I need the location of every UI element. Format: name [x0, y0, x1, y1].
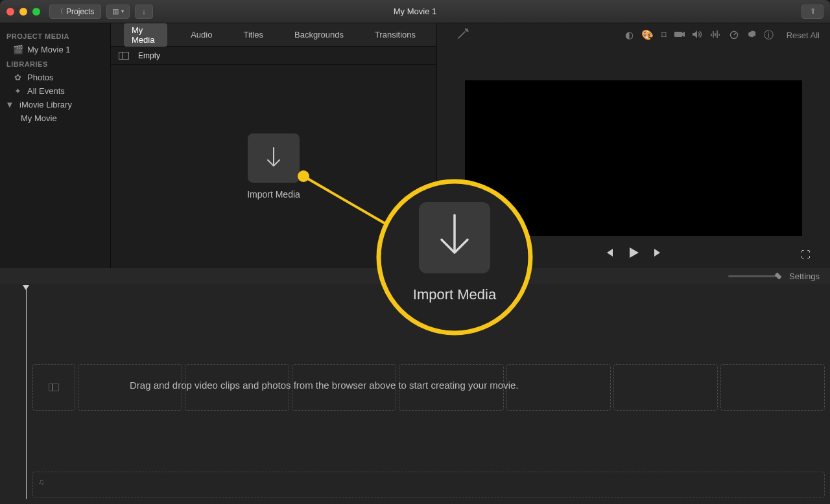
- sidebar-allevents-label: All Events: [27, 86, 65, 96]
- crop-icon[interactable]: ⌑: [661, 29, 667, 41]
- timeline-slot[interactable]: [506, 364, 611, 411]
- speed-icon[interactable]: [729, 30, 739, 41]
- next-button[interactable]: [653, 247, 663, 260]
- minimize-icon[interactable]: [19, 8, 27, 16]
- filters-icon[interactable]: [747, 30, 756, 41]
- sidebar-section-libraries: LIBRARIES: [4, 56, 106, 71]
- viewer-canvas: [437, 47, 830, 240]
- sidebar-item-my-movie[interactable]: My Movie: [4, 111, 106, 125]
- timeline-area[interactable]: Drag and drop video clips and photos fro…: [0, 286, 830, 504]
- browser-state-label: Empty: [138, 51, 160, 60]
- window-controls: [6, 8, 40, 16]
- color-correction-icon[interactable]: 🎨: [641, 29, 654, 41]
- info-icon[interactable]: ⓘ: [764, 29, 774, 41]
- tab-titles[interactable]: Titles: [235, 28, 271, 41]
- sidebar-item-photos[interactable]: ✿ Photos: [4, 71, 106, 84]
- browser-tabs: My Media Audio Titles Backgrounds Transi…: [111, 23, 436, 47]
- import-button[interactable]: ↓: [135, 5, 153, 19]
- play-button[interactable]: [627, 246, 640, 262]
- import-arrow-icon: [264, 146, 283, 170]
- star-icon: ✦: [13, 86, 22, 96]
- settings-button[interactable]: Settings: [789, 271, 820, 281]
- timeline-panel: Settings Drag and drop video clips and p…: [0, 268, 830, 504]
- media-browser: My Media Audio Titles Backgrounds Transi…: [110, 23, 437, 268]
- tab-audio[interactable]: Audio: [183, 28, 220, 41]
- share-icon: ⇪: [810, 7, 816, 16]
- zoom-slider[interactable]: [728, 275, 780, 277]
- music-note-icon: ♫: [38, 477, 44, 487]
- sidebar-item-project[interactable]: 🎬 My Movie 1: [4, 43, 106, 56]
- sidebar-section-project-media: PROJECT MEDIA: [4, 29, 106, 43]
- close-icon[interactable]: [6, 8, 14, 16]
- chevron-left-icon: 〈: [56, 6, 64, 16]
- maximize-icon[interactable]: [32, 8, 40, 16]
- noise-reduction-icon[interactable]: [711, 30, 721, 41]
- flower-icon: ✿: [13, 73, 22, 82]
- fullscreen-icon[interactable]: ⛶: [801, 249, 811, 260]
- sidebar-project-label: My Movie 1: [27, 45, 70, 54]
- sidebar-photos-label: Photos: [27, 73, 53, 82]
- browser-header: Empty: [111, 47, 436, 65]
- playback-controls: ⛶: [437, 240, 830, 268]
- tab-backgrounds[interactable]: Backgrounds: [287, 28, 351, 41]
- clapperboard-icon: 🎬: [13, 45, 22, 54]
- viewer-toolbar: ◐ 🎨 ⌑ ⓘ Reset All: [437, 23, 830, 47]
- reset-all-button[interactable]: Reset All: [787, 30, 820, 40]
- stabilize-icon[interactable]: [674, 30, 685, 41]
- playhead[interactable]: [26, 286, 27, 499]
- tab-my-media[interactable]: My Media: [124, 23, 167, 47]
- chevron-down-icon: ▾: [121, 8, 124, 14]
- timeline-slot[interactable]: [613, 364, 718, 411]
- disclosure-triangle-icon[interactable]: ▼: [5, 100, 14, 109]
- back-label: Projects: [66, 7, 94, 16]
- viewer-panel: ◐ 🎨 ⌑ ⓘ Reset All: [437, 23, 830, 268]
- browser-body: Import Media: [111, 65, 436, 268]
- sidebar-movie-label: My Movie: [21, 113, 57, 123]
- preview-area: [465, 80, 802, 236]
- sidebar-item-imovie-library[interactable]: ▼ iMovie Library: [4, 98, 106, 111]
- magic-wand-icon[interactable]: [456, 27, 469, 43]
- tab-transitions[interactable]: Transitions: [367, 28, 423, 41]
- import-media-button[interactable]: [248, 133, 300, 183]
- sidebar-library-label: iMovie Library: [19, 100, 72, 109]
- titlebar: 〈 Projects ▥ ▾ ↓ My Movie 1 ⇪: [0, 0, 830, 23]
- download-icon: ↓: [142, 8, 146, 16]
- timeline-hint: Drag and drop video clips and photos fro…: [130, 380, 518, 391]
- sidebar-item-all-events[interactable]: ✦ All Events: [4, 84, 106, 98]
- back-projects-button[interactable]: 〈 Projects: [49, 5, 101, 19]
- layout-toggle-icon[interactable]: [119, 52, 129, 60]
- volume-icon[interactable]: [693, 30, 703, 41]
- audio-track[interactable]: ♫: [32, 472, 825, 498]
- sidebar: PROJECT MEDIA 🎬 My Movie 1 LIBRARIES ✿ P…: [0, 23, 110, 268]
- timeline-toolbar: Settings: [0, 268, 830, 284]
- timeline-thumbnail-slot[interactable]: [32, 364, 75, 411]
- filmstrip-icon: ▥: [112, 7, 119, 16]
- svg-rect-0: [674, 32, 682, 37]
- filmstrip-icon: [49, 384, 59, 391]
- previous-button[interactable]: [604, 247, 614, 260]
- share-button[interactable]: ⇪: [801, 5, 824, 19]
- import-media-label: Import Media: [247, 189, 300, 200]
- color-balance-icon[interactable]: ◐: [625, 29, 634, 41]
- view-mode-button[interactable]: ▥ ▾: [106, 5, 130, 19]
- timeline-slot[interactable]: [720, 364, 825, 411]
